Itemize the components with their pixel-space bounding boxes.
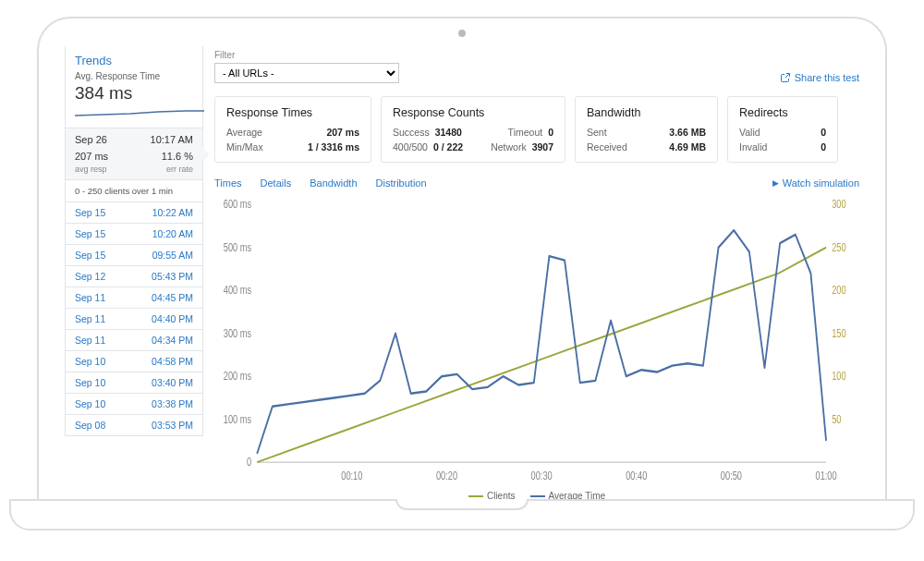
history-row[interactable]: Sep 1004:58 PM <box>66 351 202 372</box>
history-row[interactable]: Sep 1104:45 PM <box>66 287 202 309</box>
card-bandwidth: Bandwidth Sent3.66 MB Received4.69 MB <box>575 96 718 163</box>
tab-times[interactable]: Times <box>214 177 242 189</box>
svg-text:500 ms: 500 ms <box>224 241 251 253</box>
tab-details[interactable]: Details <box>261 177 292 189</box>
filter-select[interactable]: - All URLs - <box>214 63 399 83</box>
sparkline <box>75 105 204 120</box>
card-response-counts: Response Counts Success31480 Timeout0 40… <box>381 96 565 163</box>
history-row[interactable]: Sep 1205:43 PM <box>66 266 202 287</box>
card-title: Response Times <box>226 106 359 119</box>
trends-subtitle: Avg. Response Time <box>75 71 193 81</box>
share-label: Share this test <box>795 72 859 83</box>
history-row[interactable]: Sep 1510:22 AM <box>66 202 202 224</box>
watch-label: Watch simulation <box>783 177 859 189</box>
svg-text:250: 250 <box>832 241 845 253</box>
svg-text:200 ms: 200 ms <box>224 370 251 382</box>
svg-text:150: 150 <box>832 327 845 339</box>
play-icon: ▶ <box>772 178 779 188</box>
tab-bandwidth[interactable]: Bandwidth <box>310 177 357 189</box>
history-list: Sep 1510:22 AMSep 1510:20 AMSep 1509:55 … <box>66 202 202 435</box>
current-resp: 207 ms <box>75 151 108 162</box>
share-icon <box>780 72 791 83</box>
trends-value: 384 ms <box>75 83 193 104</box>
history-row[interactable]: Sep 1104:34 PM <box>66 330 202 351</box>
card-title: Response Counts <box>393 106 553 119</box>
filter-label: Filter <box>214 50 399 60</box>
main-panel: Filter - All URLs - Share this test Resp… <box>214 46 859 499</box>
response-time-chart: 100 ms200 ms300 ms400 ms500 ms600 ms0501… <box>214 192 859 499</box>
card-title: Bandwidth <box>587 106 706 119</box>
svg-text:300: 300 <box>832 198 845 210</box>
svg-text:100: 100 <box>832 370 845 382</box>
svg-text:600 ms: 600 ms <box>224 198 251 210</box>
svg-text:00:50: 00:50 <box>721 470 742 482</box>
history-row[interactable]: Sep 1510:20 AM <box>66 224 202 245</box>
svg-text:00:20: 00:20 <box>436 470 457 482</box>
svg-text:200: 200 <box>832 284 845 296</box>
svg-text:100 ms: 100 ms <box>224 412 251 424</box>
trends-sidebar: Trends Avg. Response Time 384 ms Sep 26 … <box>65 46 203 499</box>
card-response-times: Response Times Average207 ms Min/Max1 / … <box>214 96 371 163</box>
history-row[interactable]: Sep 0803:53 PM <box>66 415 202 435</box>
svg-text:00:10: 00:10 <box>341 470 362 482</box>
card-title: Redirects <box>739 106 826 119</box>
svg-text:00:30: 00:30 <box>531 470 553 482</box>
svg-text:300 ms: 300 ms <box>224 327 251 339</box>
current-run-row[interactable]: Sep 26 10:17 AM 207 ms 11.6 % avg resp e… <box>66 128 202 180</box>
svg-text:01:00: 01:00 <box>816 470 837 482</box>
card-redirects: Redirects Valid0 Invalid0 <box>727 96 838 163</box>
current-time: 10:17 AM <box>151 134 193 145</box>
current-resp-label: avg resp <box>75 165 107 174</box>
tab-distribution[interactable]: Distribution <box>376 177 427 189</box>
svg-text:0: 0 <box>247 456 251 468</box>
current-err: 11.6 % <box>162 151 193 162</box>
history-row[interactable]: Sep 1509:55 AM <box>66 245 202 266</box>
history-row[interactable]: Sep 1104:40 PM <box>66 309 202 330</box>
laptop-base <box>9 499 915 531</box>
history-row[interactable]: Sep 1003:40 PM <box>66 372 202 394</box>
current-err-label: err rate <box>166 165 193 174</box>
history-row[interactable]: Sep 1003:38 PM <box>66 394 202 415</box>
svg-text:50: 50 <box>832 412 841 424</box>
trends-title: Trends <box>75 54 193 67</box>
current-date: Sep 26 <box>75 134 107 145</box>
clients-note: 0 - 250 clients over 1 min <box>66 180 202 202</box>
camera-dot <box>458 30 466 37</box>
svg-text:00:40: 00:40 <box>626 470 647 482</box>
watch-simulation-link[interactable]: ▶ Watch simulation <box>772 177 859 189</box>
chart-tabs: TimesDetailsBandwidthDistribution <box>214 177 427 189</box>
svg-text:400 ms: 400 ms <box>224 284 251 296</box>
share-link[interactable]: Share this test <box>780 72 859 83</box>
